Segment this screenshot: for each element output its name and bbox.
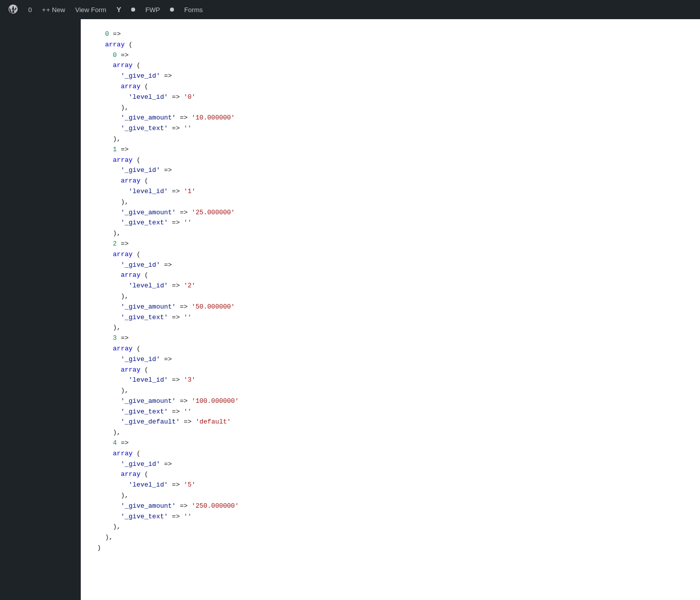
code-line: '_give_amount' => '250.000000' bbox=[81, 501, 700, 512]
code-line: '_give_default' => 'default' bbox=[81, 417, 700, 428]
new-button[interactable]: + + New bbox=[38, 0, 69, 19]
code-line: 1 => bbox=[81, 145, 700, 155]
code-line: array ( bbox=[81, 365, 700, 376]
code-line: array ( bbox=[81, 469, 700, 480]
main-content: 0 => array ( 0 => array ( '_give_id' => … bbox=[81, 19, 700, 600]
code-line: ), bbox=[81, 532, 700, 543]
code-line: 0 => bbox=[81, 29, 700, 40]
status-dot-1 bbox=[131, 8, 135, 12]
code-line: '_give_amount' => '10.000000' bbox=[81, 113, 700, 124]
code-line: '_give_amount' => '25.000000' bbox=[81, 208, 700, 218]
code-line: array ( bbox=[81, 40, 700, 50]
code-line: '_give_amount' => '50.000000' bbox=[81, 302, 700, 313]
code-line: 2 => bbox=[81, 239, 700, 250]
new-label: + New bbox=[46, 6, 65, 14]
plus-icon: + bbox=[42, 6, 46, 14]
code-line: ), bbox=[81, 386, 700, 396]
code-line: '_give_amount' => '100.000000' bbox=[81, 396, 700, 407]
view-form-link[interactable]: View Form bbox=[71, 0, 110, 19]
yoast-icon-item[interactable]: Y bbox=[112, 0, 125, 19]
code-line: array ( bbox=[81, 449, 700, 459]
code-line: ) bbox=[81, 543, 700, 554]
counter-value: 0 bbox=[28, 6, 32, 14]
code-line: ), bbox=[81, 228, 700, 239]
code-line: array ( bbox=[81, 155, 700, 166]
admin-bar-counter: 0 bbox=[24, 0, 36, 19]
code-line: 4 => bbox=[81, 438, 700, 449]
fwp-link[interactable]: FWP bbox=[141, 0, 164, 19]
fwp-label: FWP bbox=[145, 6, 160, 14]
code-line: 'level_id' => '0' bbox=[81, 92, 700, 103]
dot-item-2 bbox=[166, 0, 178, 19]
forms-label: Forms bbox=[184, 6, 203, 14]
code-line: ), bbox=[81, 323, 700, 333]
forms-link[interactable]: Forms bbox=[180, 0, 207, 19]
code-line: '_give_text' => '' bbox=[81, 512, 700, 522]
code-line: ), bbox=[81, 197, 700, 208]
yoast-icon: Y bbox=[116, 6, 121, 14]
code-line: 3 => bbox=[81, 333, 700, 344]
code-line: '_give_text' => '' bbox=[81, 407, 700, 417]
code-line: '_give_id' => bbox=[81, 459, 700, 470]
dot-item-1 bbox=[127, 0, 139, 19]
code-line: ), bbox=[81, 291, 700, 302]
wp-sidebar bbox=[0, 19, 81, 600]
code-line: ), bbox=[81, 428, 700, 438]
code-line: '_give_id' => bbox=[81, 354, 700, 365]
code-line: array ( bbox=[81, 176, 700, 187]
code-line: array ( bbox=[81, 270, 700, 281]
code-line: array ( bbox=[81, 82, 700, 92]
code-line: 'level_id' => '1' bbox=[81, 187, 700, 197]
admin-bar: 0 + + New View Form Y FWP Forms bbox=[0, 0, 700, 19]
code-line: ), bbox=[81, 491, 700, 501]
view-form-label: View Form bbox=[75, 6, 106, 14]
code-line: 'level_id' => '5' bbox=[81, 480, 700, 491]
code-line: array ( bbox=[81, 250, 700, 260]
code-line: array ( bbox=[81, 61, 700, 71]
code-line: ), bbox=[81, 522, 700, 532]
code-line: 0 => bbox=[81, 50, 700, 61]
code-viewer[interactable]: 0 => array ( 0 => array ( '_give_id' => … bbox=[81, 19, 700, 600]
wp-logo-item[interactable] bbox=[4, 0, 22, 19]
code-line: '_give_id' => bbox=[81, 260, 700, 271]
code-line: '_give_id' => bbox=[81, 71, 700, 82]
code-line: '_give_text' => '' bbox=[81, 218, 700, 228]
code-line: ), bbox=[81, 103, 700, 113]
code-line: array ( bbox=[81, 344, 700, 354]
code-line: 'level_id' => '2' bbox=[81, 281, 700, 291]
code-line: ), bbox=[81, 134, 700, 145]
code-line: '_give_id' => bbox=[81, 165, 700, 176]
wp-logo-icon bbox=[8, 4, 18, 16]
code-line: '_give_text' => '' bbox=[81, 124, 700, 134]
code-line: 'level_id' => '3' bbox=[81, 375, 700, 386]
code-line: '_give_text' => '' bbox=[81, 313, 700, 323]
wp-wrapper: 0 => array ( 0 => array ( '_give_id' => … bbox=[0, 19, 700, 600]
status-dot-2 bbox=[170, 8, 174, 12]
